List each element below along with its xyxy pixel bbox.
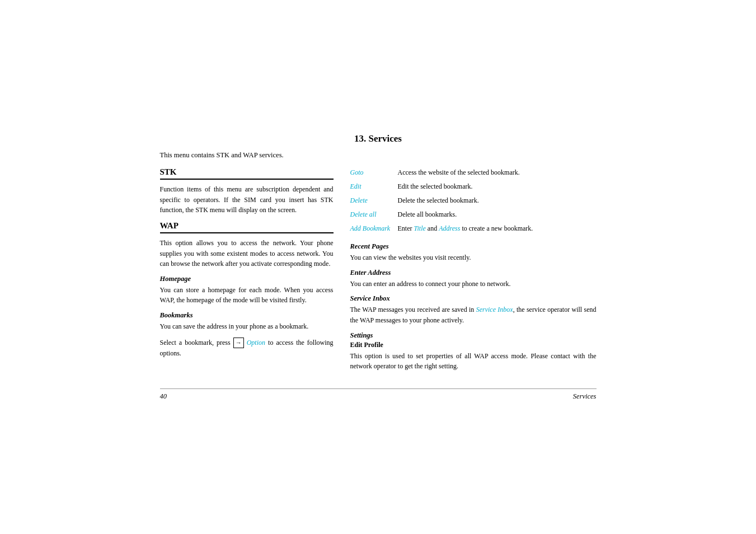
bookmarks-body2: Select a bookmark, press → Option to acc… [160, 338, 334, 359]
bookmark-row-addbookmark: Add Bookmark Enter Title and Address to … [350, 223, 597, 233]
bookmark-key-edit: Edit [350, 181, 398, 191]
right-column: Goto Access the website of the selected … [350, 167, 597, 377]
bookmark-key-delete: Delete [350, 195, 398, 205]
bookmarks-heading: Bookmarks [160, 311, 334, 320]
bookmark-table: Goto Access the website of the selected … [350, 167, 597, 233]
stk-body: Function items of this menu are subscrip… [160, 184, 334, 216]
main-content: STK Function items of this menu are subs… [160, 167, 597, 377]
option-link: Option [247, 339, 265, 346]
recent-pages-body: You can view the websites you visit rece… [350, 252, 597, 263]
wap-intro: This option allows you to access the net… [160, 238, 334, 269]
recent-pages-section: Recent Pages You can view the websites y… [350, 242, 597, 263]
edit-profile-heading: Edit Profile [350, 341, 597, 349]
bookmark-key-addbookmark: Add Bookmark [350, 223, 398, 233]
left-column: STK Function items of this menu are subs… [160, 167, 334, 377]
bookmark-key-deleteall: Delete all [350, 209, 398, 219]
bookmark-val-deleteall: Delete all bookmarks. [398, 209, 597, 219]
stk-heading: STK [160, 167, 334, 180]
bookmarks-body1: You can save the address in your phone a… [160, 321, 334, 332]
bookmark-row-edit: Edit Edit the selected bookmark. [350, 181, 597, 191]
bookmark-val-addbookmark: Enter Title and Address to create a new … [398, 223, 597, 233]
enter-address-section: Enter Address You can enter an address t… [350, 269, 597, 289]
service-inbox-section: Service Inbox The WAP messages you recei… [350, 294, 597, 325]
bookmark-row-delete: Delete Delete the selected bookmark. [350, 195, 597, 205]
bookmark-val-goto: Access the website of the selected bookm… [398, 167, 597, 177]
enter-address-heading: Enter Address [350, 269, 597, 277]
bookmark-row-goto: Goto Access the website of the selected … [350, 167, 597, 177]
service-inbox-link: Service Inbox [476, 306, 513, 313]
service-inbox-heading: Service Inbox [350, 294, 597, 303]
option-key-icon: → [233, 338, 244, 348]
settings-section: Settings Edit Profile This option is use… [350, 331, 597, 372]
recent-pages-heading: Recent Pages [350, 242, 597, 251]
service-inbox-body: The WAP messages you received are saved … [350, 305, 597, 325]
homepage-body: You can store a homepage for each mode. … [160, 285, 334, 306]
bookmark-key-goto: Goto [350, 167, 398, 177]
page-container: 13. Services This menu contains STK and … [160, 122, 597, 412]
bookmark-val-delete: Delete the selected bookmark. [398, 195, 597, 205]
bookmark-row-deleteall: Delete all Delete all bookmarks. [350, 209, 597, 219]
homepage-heading: Homepage [160, 275, 334, 283]
page-footer: 40 Services [160, 388, 597, 401]
wap-heading: WAP [160, 221, 334, 233]
settings-heading: Settings [350, 331, 597, 340]
footer-section-name: Services [573, 392, 597, 401]
bookmark-val-edit: Edit the selected bookmark. [398, 181, 597, 191]
footer-page-number: 40 [160, 392, 167, 401]
enter-address-body: You can enter an address to connect your… [350, 279, 597, 289]
page-title: 13. Services [160, 133, 597, 144]
settings-body: This option is used to set properties of… [350, 351, 597, 372]
intro-text: This menu contains STK and WAP services. [160, 151, 597, 160]
